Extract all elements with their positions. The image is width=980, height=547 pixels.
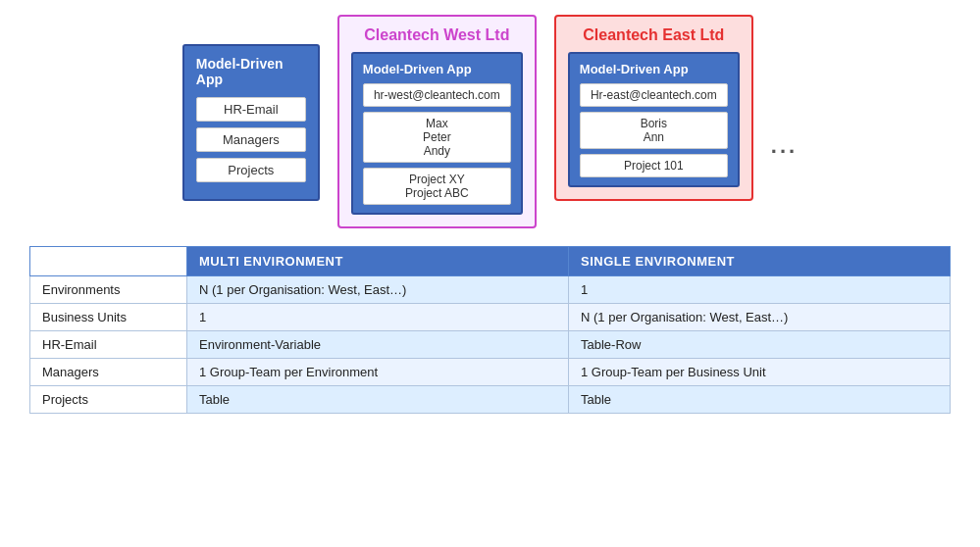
ellipsis: ... [771,133,798,159]
row-label: Managers [30,359,187,386]
table-row: ProjectsTableTable [30,386,951,414]
row-multi-value: 1 Group-Team per Environment [187,359,569,386]
row-label: Projects [30,386,187,414]
row-multi-value: 1 [187,304,569,331]
org-box-west: Cleantech West Ltd Model-Driven App hr-w… [337,15,537,228]
comparison-table: MULTI ENVIRONMENT SINGLE ENVIRONMENT Env… [29,246,951,414]
table-row: EnvironmentsN (1 per Organisation: West,… [30,276,951,304]
row-label: Environments [30,276,187,304]
west-inner-app: Model-Driven App hr-west@cleantech.com M… [351,52,523,215]
east-inner-app: Model-Driven App Hr-east@cleantech.com B… [568,52,740,187]
table-row: Business Units1N (1 per Organisation: We… [30,304,951,331]
table-section: MULTI ENVIRONMENT SINGLE ENVIRONMENT Env… [20,246,960,414]
row-label: HR-Email [30,331,187,359]
table-row: Managers1 Group-Team per Environment1 Gr… [30,359,951,386]
row-single-value: 1 Group-Team per Business Unit [569,359,951,386]
row-single-value: Table [569,386,951,414]
col-multi-header: MULTI ENVIRONMENT [187,247,569,276]
row-multi-value: N (1 per Organisation: West, East…) [187,276,569,304]
east-email-row: Hr-east@cleantech.com [580,83,728,107]
main-container: Model-Driven App HR-Email Managers Proje… [0,0,980,423]
left-hr-email-row: HR-Email [196,97,306,122]
diagram-section: Model-Driven App HR-Email Managers Proje… [20,10,960,228]
row-label: Business Units [30,304,187,331]
west-app-title: Model-Driven App [363,62,511,76]
left-app-box: Model-Driven App HR-Email Managers Proje… [182,44,320,201]
left-projects-row: Projects [196,158,306,182]
left-app-title: Model-Driven App [196,56,306,87]
table-row: HR-EmailEnvironment-VariableTable-Row [30,331,951,359]
east-app-title: Model-Driven App [580,62,728,76]
west-projects-row: Project XY Project ABC [363,168,511,205]
east-projects-row: Project 101 [580,154,728,177]
left-managers-row: Managers [196,127,306,152]
west-org-title: Cleantech West Ltd [364,26,509,44]
east-managers-row: Boris Ann [580,112,728,149]
col-single-header: SINGLE ENVIRONMENT [569,247,951,276]
row-multi-value: Environment-Variable [187,331,569,359]
row-multi-value: Table [187,386,569,414]
west-managers-row: Max Peter Andy [363,112,511,163]
row-single-value: Table-Row [569,331,951,359]
org-box-east: Cleantech East Ltd Model-Driven App Hr-e… [554,15,753,201]
row-single-value: 1 [569,276,951,304]
col-blank [30,247,187,276]
west-email-row: hr-west@cleantech.com [363,83,511,107]
east-org-title: Cleantech East Ltd [583,26,724,44]
row-single-value: N (1 per Organisation: West, East…) [569,304,951,331]
